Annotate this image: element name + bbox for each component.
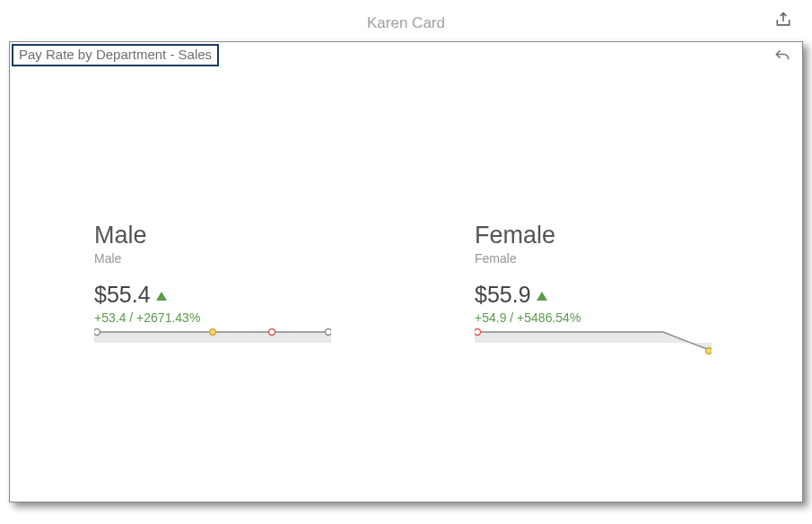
sparkline-male	[94, 328, 331, 355]
header: Karen Card	[9, 5, 803, 41]
metric-title: Male	[94, 222, 331, 249]
svg-point-7	[706, 348, 712, 354]
card-title: Pay Rate by Department - Sales	[12, 44, 219, 66]
svg-point-6	[475, 329, 481, 336]
metric-value: $55.4	[94, 282, 151, 308]
metric-value-row: $55.4	[94, 282, 331, 308]
trend-up-icon	[537, 292, 547, 301]
metric-value: $55.9	[475, 282, 531, 308]
metric-delta: +54.9 / +5486.54%	[475, 310, 712, 325]
page-title: Karen Card	[367, 14, 445, 32]
undo-icon[interactable]	[773, 48, 791, 66]
share-icon[interactable]	[774, 11, 792, 29]
svg-point-2	[210, 329, 216, 336]
svg-marker-5	[475, 332, 712, 351]
trend-up-icon	[156, 292, 167, 301]
metric-delta: +53.4 / +2671.43%	[94, 310, 331, 325]
metric-title: Female	[475, 222, 712, 249]
svg-point-3	[269, 329, 275, 336]
metric-male: Male Male $55.4 +53.4 / +2671.43%	[94, 222, 331, 355]
svg-point-4	[326, 329, 332, 336]
sparkline-female	[475, 328, 712, 355]
metric-female: Female Female $55.9 +54.9 / +5486.54%	[475, 222, 712, 355]
metrics-row: Male Male $55.4 +53.4 / +2671.43% Fem	[94, 222, 748, 355]
svg-point-1	[94, 329, 100, 336]
metric-subtitle: Male	[94, 251, 331, 266]
card-container: Pay Rate by Department - Sales Male Male…	[9, 41, 803, 502]
metric-value-row: $55.9	[475, 282, 712, 308]
metric-subtitle: Female	[475, 251, 712, 266]
